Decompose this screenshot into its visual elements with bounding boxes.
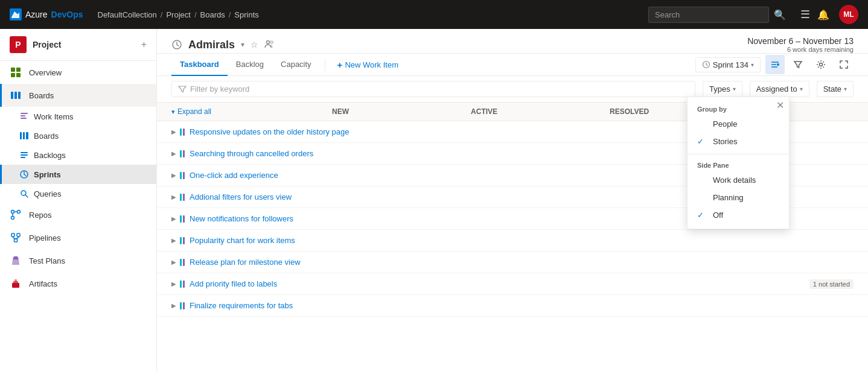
new-work-item-label: New Work Item: [345, 60, 398, 69]
svg-rect-16: [21, 157, 25, 158]
work-item-bars-icon: [180, 237, 185, 244]
breadcrumb-project[interactable]: Project: [166, 10, 190, 19]
sidebar-item-boards-label: Boards: [29, 91, 54, 100]
row-expand-icon[interactable]: ▶: [171, 194, 176, 200]
user-avatar[interactable]: ML: [839, 5, 858, 24]
row-expand-icon[interactable]: ▶: [171, 172, 176, 179]
sidebar-item-repos[interactable]: Repos: [0, 203, 156, 226]
svg-rect-1: [11, 68, 15, 72]
search-icon[interactable]: 🔍: [774, 9, 786, 21]
sidebar-item-sprints[interactable]: Sprints: [0, 165, 156, 184]
filter-assignedto-dropdown[interactable]: Assigned to ▾: [750, 81, 809, 97]
row-expand-icon[interactable]: ▶: [171, 281, 176, 287]
sidebar-item-overview[interactable]: Overview: [0, 61, 156, 84]
svg-line-19: [25, 195, 28, 197]
svg-rect-8: [21, 113, 28, 114]
testplans-icon: [10, 255, 22, 267]
queries-icon: [19, 189, 29, 198]
row-expand-icon[interactable]: ▶: [171, 128, 176, 135]
settings-button[interactable]: [811, 55, 831, 74]
svg-rect-34: [14, 279, 17, 282]
devops-label: DevOps: [51, 10, 83, 19]
tab-capacity[interactable]: Capacity: [272, 54, 320, 76]
svg-point-21: [18, 211, 21, 214]
filter-state-dropdown[interactable]: State ▾: [817, 81, 854, 97]
sidebar-item-sprints-label: Sprints: [34, 170, 61, 179]
breadcrumb-boards[interactable]: Boards: [200, 10, 225, 19]
overview-icon: [10, 66, 22, 78]
toolbar-icons: [765, 55, 854, 74]
add-project-icon[interactable]: +: [141, 39, 147, 50]
sidebar-item-testplans-label: Test Plans: [29, 256, 65, 265]
bell-icon[interactable]: 🔔: [817, 9, 829, 21]
work-item-title[interactable]: Popularity chart for work items: [190, 236, 854, 245]
group-by-people-item[interactable]: People: [688, 115, 789, 133]
azure-label: Azure: [25, 10, 48, 19]
side-pane-planning-item[interactable]: Planning: [688, 189, 789, 206]
svg-point-37: [270, 41, 273, 43]
svg-rect-13: [26, 132, 28, 139]
breadcrumb-defaultcollection[interactable]: DefaultCollection: [98, 10, 157, 19]
filter-types-dropdown[interactable]: Types ▾: [703, 81, 742, 97]
repos-icon: [10, 209, 22, 221]
work-item-title[interactable]: Finalize requirements for tabs: [190, 301, 854, 310]
svg-point-42: [777, 63, 779, 66]
svg-rect-9: [21, 115, 25, 116]
group-by-panel: ✕ Group by People Stories Side Pane Work…: [687, 97, 790, 229]
row-expand-icon[interactable]: ▶: [171, 237, 176, 244]
group-by-stories-label: Stories: [713, 137, 737, 146]
pipelines-icon: [10, 232, 22, 244]
sidebar-item-backlogs[interactable]: Backlogs: [0, 145, 156, 165]
side-pane-off-item[interactable]: Off: [688, 206, 789, 224]
expand-all-button[interactable]: ▾ Expand all: [171, 107, 211, 116]
work-item-title[interactable]: Release plan for milestone view: [190, 258, 854, 267]
dropdown-divider: [688, 154, 789, 154]
sprint-team-icon[interactable]: [264, 39, 274, 51]
row-expand-icon[interactable]: ▶: [171, 259, 176, 265]
sidebar-item-workitems[interactable]: Work Items: [0, 107, 156, 126]
sidebar-item-artifacts[interactable]: Artifacts: [0, 272, 156, 295]
list-icon[interactable]: ☰: [800, 8, 810, 21]
work-item-row: ▶ Popularity chart for work items: [157, 230, 868, 252]
col-header-new: New: [332, 107, 465, 116]
filter-keyword-input[interactable]: [190, 84, 689, 94]
work-item-title[interactable]: Add priority filed to labels: [190, 279, 805, 288]
filter-button[interactable]: [788, 55, 808, 74]
sprint-name: Admirals: [188, 39, 235, 51]
sprint-selector[interactable]: Sprint 134 ▾: [695, 57, 761, 72]
sidebar-item-boards[interactable]: Boards: [0, 84, 156, 107]
sidebar-item-boards-sub[interactable]: Boards: [0, 126, 156, 145]
side-pane-workdetails-item[interactable]: Work details: [688, 171, 789, 189]
svg-rect-2: [16, 68, 21, 72]
group-by-stories-item[interactable]: Stories: [688, 133, 789, 150]
sprints-icon: [19, 170, 29, 179]
svg-point-43: [820, 63, 823, 66]
sidebar-item-pipelines[interactable]: Pipelines: [0, 226, 156, 249]
breadcrumb-sprints[interactable]: Sprints: [234, 10, 258, 19]
sidebar-item-queries[interactable]: Queries: [0, 184, 156, 203]
workitems-icon: [19, 112, 29, 121]
sprint-chevron-icon[interactable]: ▾: [241, 40, 244, 49]
tab-backlog[interactable]: Backlog: [228, 54, 272, 76]
azure-devops-logo[interactable]: Azure DevOps: [10, 8, 83, 21]
svg-point-36: [267, 40, 270, 43]
sprint-star-icon[interactable]: ☆: [251, 40, 258, 49]
search-input[interactable]: [648, 7, 769, 23]
sidebar-item-testplans[interactable]: Test Plans: [0, 249, 156, 272]
row-expand-icon[interactable]: ▶: [171, 150, 176, 157]
group-by-close-button[interactable]: ✕: [776, 100, 784, 111]
fullscreen-button[interactable]: [834, 55, 854, 74]
new-work-item-button[interactable]: + New Work Item: [330, 56, 406, 74]
svg-line-31: [16, 238, 19, 239]
row-expand-icon[interactable]: ▶: [171, 302, 176, 309]
group-by-button[interactable]: [765, 55, 785, 74]
row-expand-icon[interactable]: ▶: [171, 215, 176, 222]
search-area: 🔍: [648, 7, 786, 23]
project-name: Project: [33, 40, 135, 49]
sidebar-item-overview-label: Overview: [29, 68, 62, 77]
side-pane-planning-label: Planning: [713, 193, 744, 202]
boards-section-icon: [10, 89, 22, 101]
svg-rect-12: [23, 132, 25, 139]
tab-taskboard[interactable]: Taskboard: [171, 54, 228, 76]
sidebar-item-pipelines-label: Pipelines: [29, 233, 61, 243]
